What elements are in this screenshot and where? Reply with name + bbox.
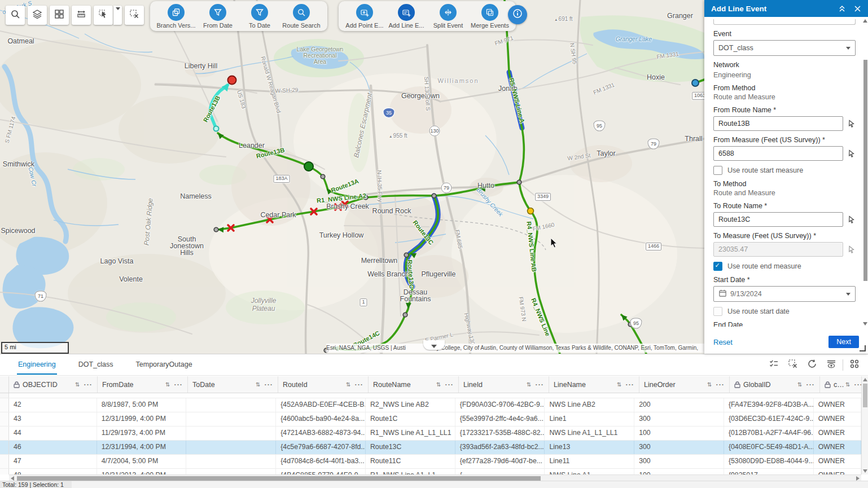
- column-label: ToDate: [192, 381, 255, 389]
- column-header-todate[interactable]: ToDate⇅···: [188, 376, 278, 393]
- scroll-down-icon[interactable]: [863, 322, 867, 326]
- sort-icon[interactable]: ⇅: [797, 381, 802, 388]
- panel-resize-handle[interactable]: [860, 345, 866, 351]
- filter-by-map-extent-button[interactable]: [823, 357, 839, 373]
- scroll-down-icon[interactable]: [863, 469, 867, 473]
- sort-icon[interactable]: ⇅: [346, 381, 350, 388]
- column-menu-icon[interactable]: ···: [806, 381, 816, 389]
- clear-table-selection-button[interactable]: [785, 357, 801, 373]
- sort-icon[interactable]: ⇅: [75, 381, 80, 388]
- attribution-text-left: Esri, NASA, NGA, USGS | Austi: [326, 345, 406, 351]
- table-cell: Line11: [545, 455, 634, 468]
- selection-dropdown-caret[interactable]: [113, 6, 122, 25]
- table-row[interactable]: 4810/31/2013, 4:00 PM{4B4C8855-9779-44E0…: [0, 469, 861, 474]
- use-route-start-date-checkbox[interactable]: [713, 307, 722, 316]
- column-header-lineorder[interactable]: LineOrder⇅···: [639, 376, 730, 393]
- from-route-name-input[interactable]: Route13B: [713, 116, 843, 131]
- merge-events-button[interactable]: Merge Events: [470, 4, 510, 29]
- sort-icon[interactable]: ⇅: [165, 381, 170, 388]
- vertical-scrollbar-thumb[interactable]: [863, 384, 867, 407]
- route-search-button[interactable]: Route Search: [281, 4, 322, 29]
- add-point-event-button[interactable]: Add Point E...: [344, 4, 385, 29]
- sort-icon[interactable]: ⇅: [707, 381, 712, 388]
- column-header-objectid[interactable]: OBJECTID⇅···: [9, 376, 98, 393]
- show-selected-records-button[interactable]: [766, 357, 782, 373]
- pick-from-route-on-map-icon[interactable]: [847, 119, 856, 128]
- column-header-linename[interactable]: LineName⇅···: [549, 376, 639, 393]
- selection-tool[interactable]: [94, 6, 113, 25]
- layers-tool[interactable]: [28, 6, 47, 25]
- table-vertical-scrollbar[interactable]: [861, 376, 868, 474]
- table-row[interactable]: 474/7/2004, 5:00 PM{4d7084c8-6cf4-40f1-b…: [0, 455, 861, 469]
- basemap-tool[interactable]: [50, 6, 69, 25]
- panel-footer: Reset Next: [713, 336, 859, 348]
- sort-icon[interactable]: ⇅: [845, 381, 850, 388]
- column-header-routeid[interactable]: RouteId⇅···: [278, 376, 369, 393]
- sort-icon[interactable]: ⇅: [617, 381, 621, 388]
- to-route-name-input[interactable]: Route13C: [713, 212, 843, 227]
- column-menu-icon[interactable]: ···: [536, 381, 545, 389]
- attribution-collapse-tab[interactable]: [423, 340, 445, 350]
- column-menu-icon[interactable]: ···: [626, 381, 635, 389]
- next-button[interactable]: Next: [828, 336, 859, 348]
- column-menu-icon[interactable]: ···: [84, 381, 93, 389]
- column-menu-icon[interactable]: ···: [265, 381, 274, 389]
- table-row[interactable]: 4312/31/1999, 4:00 PM{4600abc5-ba90-4e24…: [0, 412, 861, 427]
- to-measure-input[interactable]: 23035.47: [713, 242, 843, 257]
- refresh-table-button[interactable]: [804, 357, 820, 373]
- from-route-name-label: From Route Name *: [713, 106, 856, 114]
- table-row[interactable]: 428/8/1987, 5:00 PM{452A9ABD-E0EF-4CEB-B…: [0, 398, 861, 412]
- measure-tool[interactable]: [72, 6, 91, 25]
- map-canvas[interactable]: OatmealLiberty HillSmithwickNamelessSpic…: [0, 0, 704, 354]
- pick-to-route-on-map-icon[interactable]: [847, 215, 856, 224]
- use-route-start-measure-checkbox[interactable]: [713, 166, 722, 175]
- panel-scrollbar[interactable]: [862, 19, 867, 326]
- table-cell: {...: [455, 469, 545, 474]
- column-menu-icon[interactable]: ···: [355, 381, 364, 389]
- column-menu-icon[interactable]: ···: [445, 381, 454, 389]
- scroll-up-icon[interactable]: [863, 378, 867, 381]
- search-tool[interactable]: [6, 6, 25, 25]
- table-cell: {9825017...: [724, 469, 814, 474]
- reset-button[interactable]: Reset: [713, 338, 733, 346]
- network-value: Engineering: [713, 71, 856, 79]
- column-menu-icon[interactable]: ···: [174, 381, 183, 389]
- table-gutter: [0, 412, 9, 426]
- sort-icon[interactable]: ⇅: [256, 381, 260, 388]
- sort-icon[interactable]: ⇅: [436, 381, 441, 388]
- tab-dot_class[interactable]: DOT_class: [77, 355, 115, 375]
- column-header-globalid[interactable]: GlobalID⇅···: [730, 376, 820, 393]
- split-event-button[interactable]: Split Event: [428, 4, 468, 29]
- column-menu-icon[interactable]: ···: [716, 381, 725, 389]
- sort-icon[interactable]: ⇅: [527, 381, 531, 388]
- from-measure-input[interactable]: 6588: [713, 146, 843, 161]
- collapse-panel-icon[interactable]: [838, 5, 846, 12]
- tab-engineering[interactable]: Engineering: [17, 355, 57, 375]
- start-date-input[interactable]: 9/13/2024: [713, 286, 856, 302]
- scroll-left-icon[interactable]: [11, 476, 14, 481]
- column-header-fromdate[interactable]: FromDate⇅···: [98, 376, 188, 393]
- clear-selection-tool[interactable]: [125, 6, 144, 25]
- add-line-event-button[interactable]: Add Line E...: [386, 4, 427, 29]
- identify-info-button[interactable]: [508, 5, 527, 24]
- scroll-right-icon[interactable]: [856, 476, 860, 481]
- from-date-button[interactable]: From Date: [198, 4, 238, 29]
- event-select[interactable]: DOT_class: [713, 40, 856, 56]
- table-row[interactable]: 4612/31/1994, 4:00 PM{4c5e79a6-6687-4207…: [0, 441, 861, 455]
- pick-from-measure-on-map-icon[interactable]: [847, 149, 856, 158]
- branch-versions-button[interactable]: Branch Vers...: [156, 4, 196, 29]
- pick-to-measure-on-map-icon[interactable]: [847, 245, 856, 254]
- table-options-button[interactable]: [847, 357, 862, 373]
- column-header-routename[interactable]: RouteName⇅···: [369, 376, 459, 393]
- tab-temporaryoutage[interactable]: TemporaryOutage: [135, 355, 194, 375]
- table-row[interactable]: 4411/29/1973, 4:00 PM{47214AB3-6882-4873…: [0, 427, 861, 441]
- panel-scrollbar-thumb[interactable]: [863, 60, 867, 281]
- close-panel-icon[interactable]: [854, 5, 861, 12]
- route-vertex-marker: [517, 180, 521, 184]
- green-point-marker: [304, 162, 313, 171]
- horizontal-scrollbar-thumb[interactable]: [17, 476, 541, 481]
- column-header-lineid[interactable]: LineId⇅···: [459, 376, 549, 393]
- to-date-button[interactable]: To Date: [239, 4, 280, 29]
- use-route-end-measure-checkbox[interactable]: [713, 262, 722, 271]
- scroll-up-icon[interactable]: [863, 19, 867, 23]
